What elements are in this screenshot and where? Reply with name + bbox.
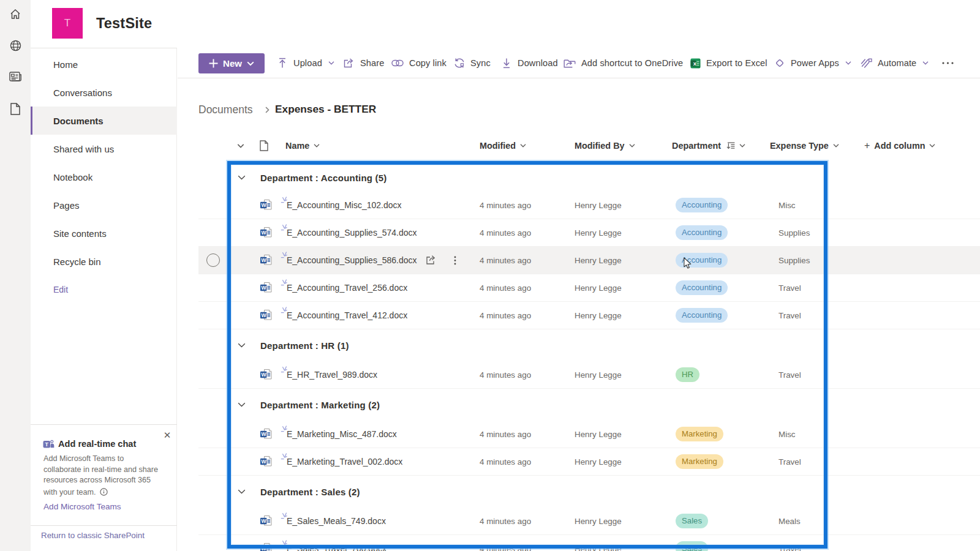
svg-text:T: T	[45, 441, 48, 448]
svg-text:x: x	[693, 60, 697, 67]
